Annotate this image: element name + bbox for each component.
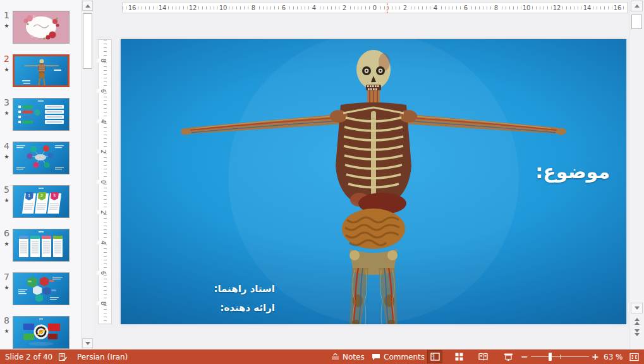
fit-to-window-icon (629, 353, 639, 361)
ruler-label: 6 (97, 89, 109, 93)
comments-button[interactable]: Comments (372, 349, 425, 364)
slide-number: 5 (1, 185, 12, 195)
slide-thumbnail-8[interactable]: 8★ (0, 316, 81, 351)
scroll-down-button[interactable] (631, 303, 643, 313)
slide-canvas[interactable]: موضوع: استاد راهنما: ارائه دهنده: (121, 39, 626, 324)
ruler-label: 4 (97, 119, 109, 123)
ruler-label: 14 (157, 4, 168, 13)
slide-thumbnail-1[interactable]: 1★ (0, 11, 81, 46)
ruler-label: 4 (432, 4, 439, 13)
comments-label: Comments (384, 353, 425, 361)
slide-thumbnail-7[interactable]: 7★ (0, 272, 81, 308)
ruler-label: 4 (311, 4, 317, 13)
slide-indicator[interactable]: Slide 2 of 40 (5, 349, 52, 364)
previous-slide-button[interactable] (631, 316, 643, 327)
ruler-label: 10 (218, 4, 229, 13)
slide-thumbnail-3[interactable]: 3★ (0, 98, 81, 133)
main-vertical-scrollbar[interactable] (629, 0, 644, 349)
animation-star-icon: ★ (1, 284, 12, 291)
slide-number: 2 (1, 54, 12, 64)
arrow-up-icon (635, 4, 640, 8)
ruler-label: 0 (97, 180, 109, 184)
vertical-ruler[interactable]: 864202468 (98, 39, 112, 324)
slide-number: 8 (1, 316, 12, 325)
thumbnail-art-numbered-cards: 1 2 3 (13, 186, 68, 216)
thumbnail-art-floral (13, 11, 69, 43)
slide-credits-block[interactable]: استاد راهنما: ارائه دهنده: (214, 279, 275, 317)
arrow-down-icon (85, 342, 90, 345)
ruler-label: 4 (97, 241, 109, 245)
scroll-up-button[interactable] (631, 1, 643, 11)
double-arrow-down-icon (635, 329, 640, 332)
animation-star-icon: ★ (1, 197, 12, 204)
slide-number: 6 (1, 229, 12, 238)
reading-view-icon (478, 353, 488, 361)
zoom-percent-label: 63 % (604, 353, 623, 361)
slideshow-view-button[interactable] (501, 350, 516, 363)
horizontal-ruler[interactable]: 1614121086420246810121416 (122, 2, 628, 13)
ruler-label: 2 (97, 210, 109, 214)
ruler-label: 10 (521, 4, 532, 13)
ruler-label: 8 (97, 59, 109, 63)
slide-thumbnail-5[interactable]: 5★ 1 2 3 (0, 185, 81, 221)
animation-star-icon: ★ (1, 109, 12, 117)
thumbnail-art-target (13, 317, 68, 347)
ruler-label: 2 (341, 4, 348, 13)
language-button[interactable]: Persian (Iran) (77, 349, 128, 364)
slide-thumbnail-4[interactable]: 4★ (0, 142, 81, 177)
ruler-label: 8 (97, 301, 109, 305)
ruler-label: 16 (127, 4, 138, 13)
language-label: Persian (Iran) (77, 353, 128, 361)
credit-supervisor-text[interactable]: استاد راهنما: (214, 279, 275, 298)
plus-icon: + (592, 349, 599, 364)
svg-text:1: 1 (28, 193, 30, 198)
thumbnail-art-cycle-diagram (13, 142, 68, 173)
powerpoint-window: 1★ 2★ (0, 0, 644, 364)
ruler-label: 6 (281, 4, 287, 13)
ruler-label: 8 (493, 4, 499, 13)
zoom-out-button[interactable]: − (521, 349, 528, 364)
animation-star-icon: ★ (1, 153, 12, 161)
minus-icon: − (521, 349, 528, 364)
ruler-label: 2 (97, 150, 109, 154)
slide-number: 4 (1, 142, 12, 151)
thumbnail-scrollbar-thumb[interactable] (83, 13, 92, 69)
thumbnail-scroll-up-button[interactable] (82, 1, 93, 11)
thumbnail-scroll-down-button[interactable] (82, 338, 93, 348)
status-bar: Slide 2 of 40 Persian (Iran) Notes Comme… (0, 349, 644, 364)
zoom-slider-thumb[interactable] (549, 353, 552, 361)
slide-sorter-view-button[interactable] (451, 350, 466, 363)
notes-button[interactable]: Notes (331, 349, 365, 364)
arrow-down-icon (635, 306, 640, 310)
slide-thumbnail-6[interactable]: 6★ (0, 229, 81, 264)
normal-view-button[interactable] (427, 350, 442, 363)
slide-number: 3 (1, 98, 12, 107)
slide-thumbnail-panel: 1★ 2★ (0, 0, 93, 349)
zoom-slider-center-notch (560, 355, 561, 359)
credit-presenter-text[interactable]: ارائه دهنده: (214, 298, 275, 317)
slide-title-text[interactable]: موضوع: (535, 161, 610, 183)
double-arrow-up-icon (635, 318, 640, 321)
normal-view-icon (430, 353, 440, 361)
next-slide-button[interactable] (631, 327, 643, 338)
thumbnail-art-anatomy (15, 56, 69, 87)
reading-view-button[interactable] (475, 350, 490, 363)
slide-thumbnail-2-selected[interactable]: 2★ (0, 54, 81, 90)
ruler-label: 16 (612, 4, 623, 13)
spellcheck-icon (58, 353, 68, 361)
arrow-up-icon (85, 4, 90, 8)
ruler-label: 0 (372, 4, 378, 13)
zoom-in-button[interactable]: + (592, 349, 599, 364)
ruler-label: 12 (188, 4, 198, 13)
double-arrow-down-icon (635, 333, 640, 336)
fit-slide-to-window-button[interactable] (629, 349, 639, 364)
zoom-level-button[interactable]: 63 % (604, 349, 623, 364)
ruler-label: 6 (463, 4, 469, 13)
thumbnail-scrollbar[interactable] (81, 0, 93, 349)
main-scrollbar-thumb[interactable] (631, 15, 642, 29)
spellcheck-button[interactable] (58, 349, 68, 364)
ruler-label: 14 (582, 4, 593, 13)
slide-number: 1 (1, 11, 12, 20)
thumbnail-art-hexagons (13, 273, 68, 303)
animation-star-icon: ★ (1, 66, 12, 73)
